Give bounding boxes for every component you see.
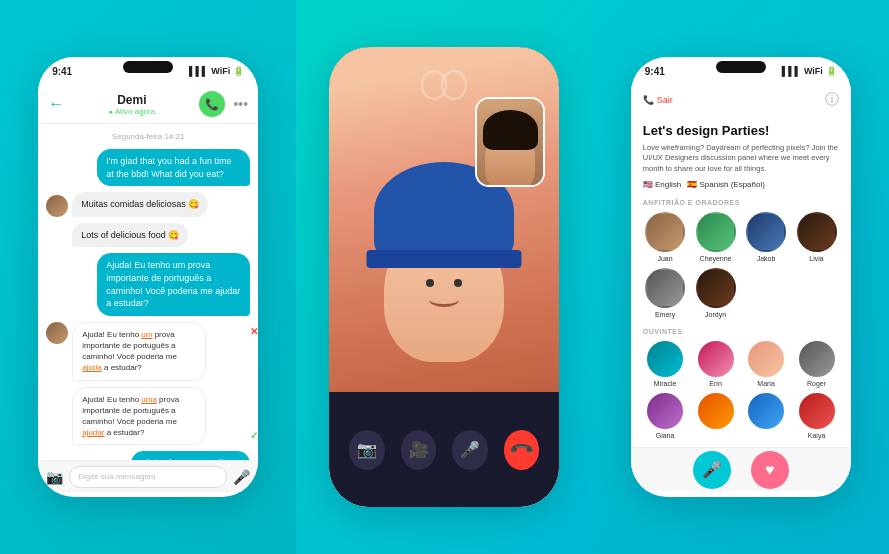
speaker-avatar-cheyenne	[696, 212, 736, 252]
avatar	[46, 195, 68, 217]
language-english: 🇺🇸 English	[643, 180, 681, 189]
room-desc: Love wireframing? Daydream of perfecting…	[643, 143, 839, 175]
listener-kaiya: Kaiya	[794, 393, 839, 439]
correction-check-icon: ✓	[250, 430, 258, 441]
end-call-button[interactable]: 📞	[504, 430, 540, 470]
message-row: Lots of delicious food 😋	[72, 223, 250, 248]
speaker-avatar-emery	[645, 268, 685, 308]
room-mic-button[interactable]: 🎤	[693, 451, 731, 489]
listener-avatar-roger	[799, 341, 835, 377]
signal-icon-right: ▌▌▌	[782, 66, 801, 76]
speaker-jordyn: Jordyn	[693, 268, 738, 318]
listeners-section-label: OUVINTES	[643, 328, 839, 335]
signal-icon: ▌▌▌	[189, 66, 208, 76]
camera-toggle-button[interactable]: 📷	[349, 430, 385, 470]
room-body: Let's design Parties! Love wireframing? …	[631, 115, 851, 447]
listener-name-kaiya: Kaiya	[794, 432, 839, 439]
mute-icon: 🎤	[460, 440, 480, 459]
info-icon[interactable]: ⓘ	[825, 91, 839, 109]
right-phone: 9:41 ▌▌▌ WiFi 🔋 📞 Sair ⓘ Let's design Pa…	[631, 57, 851, 497]
bubble-right-last: Obrigada! Posso te ligar?	[131, 451, 251, 460]
speaker-cheyenne: Cheyenne	[693, 212, 738, 262]
middle-phone: 📷 🎥 🎤 📞	[329, 47, 559, 507]
room-heart-icon: ♥	[765, 461, 775, 479]
listener-erin: Erin	[693, 341, 738, 387]
chat-header: ← Demi Ativo agora 📞 •••	[38, 85, 258, 124]
status-icons-left: ▌▌▌ WiFi 🔋	[189, 66, 244, 76]
battery-icon: 🔋	[233, 66, 244, 76]
battery-icon-right: 🔋	[826, 66, 837, 76]
room-flags: 🇺🇸 English 🇪🇸 Spanish (Español)	[643, 180, 839, 189]
camera-toggle-icon: 📷	[357, 440, 377, 459]
correction-highlight2: ajuda	[82, 363, 102, 372]
listener-avatar-kaiya	[799, 393, 835, 429]
listener-name-giana: Giana	[643, 432, 688, 439]
leave-button[interactable]: 📞 Sair	[643, 95, 673, 105]
mic-icon[interactable]: 🎤	[233, 469, 250, 485]
input-placeholder: Digite sua mensagem	[78, 472, 155, 481]
listeners-grid: Miracle Erin Maria Roger Giana	[643, 341, 839, 439]
leave-label: Sair	[657, 95, 673, 105]
room-heart-button[interactable]: ♥	[751, 451, 789, 489]
chat-input-bar: 📷 Digite sua mensagem 🎤	[38, 460, 258, 492]
camera-icon[interactable]: 📷	[46, 469, 63, 485]
listener-avatar-2	[698, 393, 734, 429]
message-row: I'm glad that you had a fun time at the …	[46, 149, 250, 186]
correction-bubble-x: Ajuda! Eu tenho um prova importante de p…	[72, 322, 206, 381]
call-button[interactable]: 📞	[199, 91, 225, 117]
listener-name-maria: Maria	[744, 380, 789, 387]
listener-name-miracle: Miracle	[643, 380, 688, 387]
room-title: Let's design Parties!	[643, 123, 839, 139]
notch-inner-left	[123, 61, 173, 73]
notch-left	[108, 57, 188, 79]
chat-input[interactable]: Digite sua mensagem	[69, 466, 227, 488]
bubble-right-help: Ajuda! Eu tenho um prova importante de p…	[97, 253, 250, 315]
speaker-name-jordyn: Jordyn	[693, 311, 738, 318]
video-toggle-icon: 🎥	[409, 440, 429, 459]
speaker-avatar-livia	[797, 212, 837, 252]
message-row: Muitas comidas deliciosas 😋	[46, 192, 250, 217]
back-button[interactable]: ←	[48, 95, 64, 113]
call-icon-overlay	[419, 67, 469, 112]
speaker-name-livia: Livia	[794, 255, 839, 262]
end-call-icon: 📞	[508, 436, 536, 464]
speaker-juan: Juan	[643, 212, 688, 262]
speaker-avatar-juan	[645, 212, 685, 252]
message-row: Ajuda! Eu tenho um prova importante de p…	[46, 322, 250, 381]
mute-button[interactable]: 🎤	[452, 430, 488, 470]
more-options-button[interactable]: •••	[233, 96, 248, 112]
listener-name-erin: Erin	[693, 380, 738, 387]
message-row: Obrigada! Posso te ligar? Visto segunda-…	[46, 451, 250, 460]
correction-x-icon: ✕	[250, 326, 258, 337]
correction-bubble-check: Ajuda! Eu tenho uma prova importante de …	[72, 387, 206, 446]
correction-highlight3: uma	[141, 395, 157, 404]
eye-right	[454, 279, 462, 287]
speaker-name-cheyenne: Cheyenne	[693, 255, 738, 262]
video-toggle-button[interactable]: 🎥	[401, 430, 437, 470]
eye-left	[426, 279, 434, 287]
speaker-livia: Livia	[794, 212, 839, 262]
left-phone: 9:41 ▌▌▌ WiFi 🔋 ← Demi Ativo agora 📞 •••…	[38, 57, 258, 497]
listener-avatar-erin	[698, 341, 734, 377]
message-row: Ajuda! Eu tenho uma prova importante de …	[72, 387, 250, 446]
listener-3	[744, 393, 789, 439]
speaker-avatar-jordyn	[696, 268, 736, 308]
speaker-jakob: Jakob	[744, 212, 789, 262]
video-main	[329, 47, 559, 392]
status-icons-right: ▌▌▌ WiFi 🔋	[782, 66, 837, 76]
room-header: 📞 Sair ⓘ	[631, 85, 851, 115]
video-controls: 📷 🎥 🎤 📞	[329, 392, 559, 507]
listener-avatar-miracle	[647, 341, 683, 377]
listener-name-roger: Roger	[794, 380, 839, 387]
correction-highlight: um	[141, 330, 152, 339]
contact-status: Ativo agora	[72, 107, 191, 116]
chat-header-info: Demi Ativo agora	[72, 93, 191, 116]
speaker-emery: Emery	[643, 268, 688, 318]
notch-right	[701, 57, 781, 79]
bubble-right: I'm glad that you had a fun time at the …	[97, 149, 250, 186]
face-main	[354, 172, 534, 392]
smile	[429, 292, 459, 307]
wifi-icon-right: WiFi	[804, 66, 823, 76]
listener-2	[693, 393, 738, 439]
speaker-avatar-jakob	[746, 212, 786, 252]
